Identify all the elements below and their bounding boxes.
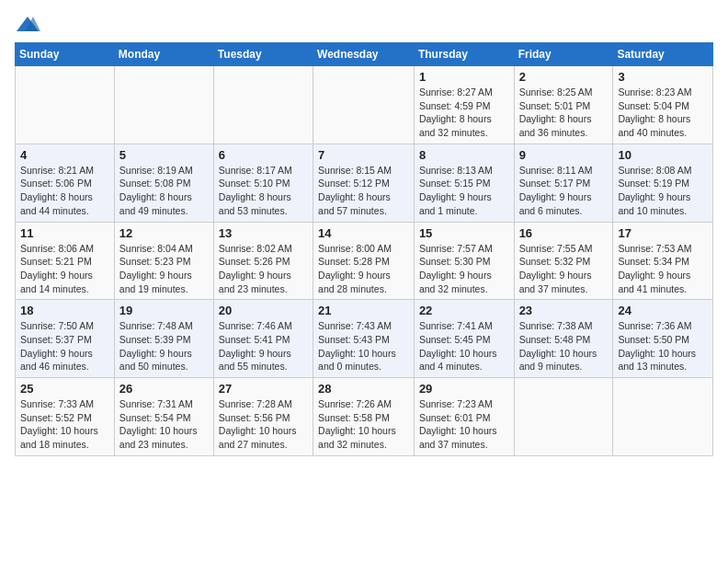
- day-info: Sunrise: 8:15 AM Sunset: 5:12 PM Dayligh…: [318, 164, 409, 218]
- calendar-cell: 17Sunrise: 7:53 AM Sunset: 5:34 PM Dayli…: [613, 222, 713, 300]
- weekday-header-saturday: Saturday: [613, 43, 713, 66]
- day-number: 9: [519, 148, 609, 162]
- calendar-cell: [213, 66, 313, 144]
- day-info: Sunrise: 8:21 AM Sunset: 5:06 PM Dayligh…: [20, 164, 109, 218]
- day-number: 20: [219, 304, 308, 317]
- weekday-header-wednesday: Wednesday: [313, 43, 415, 66]
- calendar-cell: [16, 66, 115, 144]
- day-number: 14: [318, 226, 409, 240]
- day-info: Sunrise: 8:08 AM Sunset: 5:19 PM Dayligh…: [618, 164, 708, 218]
- day-number: 16: [519, 226, 609, 240]
- day-number: 3: [618, 70, 708, 84]
- calendar-cell: 15Sunrise: 7:57 AM Sunset: 5:30 PM Dayli…: [414, 222, 514, 300]
- weekday-row: SundayMondayTuesdayWednesdayThursdayFrid…: [16, 43, 713, 66]
- day-number: 15: [419, 226, 509, 240]
- calendar-cell: 6Sunrise: 8:17 AM Sunset: 5:10 PM Daylig…: [213, 144, 313, 222]
- day-number: 23: [519, 304, 609, 317]
- calendar-cell: 14Sunrise: 8:00 AM Sunset: 5:28 PM Dayli…: [313, 222, 415, 300]
- day-info: Sunrise: 8:06 AM Sunset: 5:21 PM Dayligh…: [20, 242, 109, 296]
- day-number: 7: [318, 148, 409, 162]
- calendar-cell: 7Sunrise: 8:15 AM Sunset: 5:12 PM Daylig…: [313, 144, 415, 222]
- day-info: Sunrise: 7:55 AM Sunset: 5:32 PM Dayligh…: [519, 242, 609, 296]
- calendar-cell: 20Sunrise: 7:46 AM Sunset: 5:41 PM Dayli…: [213, 300, 313, 378]
- calendar-cell: 24Sunrise: 7:36 AM Sunset: 5:50 PM Dayli…: [613, 300, 713, 378]
- day-info: Sunrise: 8:04 AM Sunset: 5:23 PM Dayligh…: [119, 242, 209, 296]
- day-number: 10: [618, 148, 708, 162]
- day-info: Sunrise: 7:46 AM Sunset: 5:41 PM Dayligh…: [219, 319, 308, 373]
- calendar-cell: 27Sunrise: 7:28 AM Sunset: 5:56 PM Dayli…: [213, 378, 313, 456]
- day-info: Sunrise: 7:28 AM Sunset: 5:56 PM Dayligh…: [219, 397, 308, 452]
- calendar-body: 1Sunrise: 8:27 AM Sunset: 4:59 PM Daylig…: [16, 66, 713, 456]
- day-number: 8: [419, 148, 509, 162]
- day-info: Sunrise: 7:43 AM Sunset: 5:43 PM Dayligh…: [318, 319, 409, 373]
- calendar-table: SundayMondayTuesdayWednesdayThursdayFrid…: [15, 42, 713, 456]
- calendar-cell: 10Sunrise: 8:08 AM Sunset: 5:19 PM Dayli…: [613, 144, 713, 222]
- calendar-cell: [114, 66, 213, 144]
- calendar-header: SundayMondayTuesdayWednesdayThursdayFrid…: [16, 43, 713, 66]
- day-number: 12: [119, 226, 209, 240]
- calendar-cell: 2Sunrise: 8:25 AM Sunset: 5:01 PM Daylig…: [514, 66, 613, 144]
- day-number: 13: [219, 226, 308, 240]
- day-number: 1: [419, 70, 509, 84]
- day-number: 29: [419, 382, 509, 396]
- calendar-cell: 22Sunrise: 7:41 AM Sunset: 5:45 PM Dayli…: [414, 300, 514, 378]
- day-info: Sunrise: 7:38 AM Sunset: 5:48 PM Dayligh…: [519, 319, 609, 373]
- logo: [15, 15, 44, 35]
- day-number: 5: [119, 148, 209, 162]
- day-number: 28: [318, 382, 409, 396]
- logo-icon: [15, 15, 40, 35]
- weekday-header-sunday: Sunday: [16, 43, 115, 66]
- calendar-cell: 21Sunrise: 7:43 AM Sunset: 5:43 PM Dayli…: [313, 300, 415, 378]
- calendar-cell: [613, 378, 713, 456]
- calendar-cell: 19Sunrise: 7:48 AM Sunset: 5:39 PM Dayli…: [114, 300, 213, 378]
- day-number: 17: [618, 226, 708, 240]
- day-number: 25: [20, 382, 109, 396]
- day-info: Sunrise: 8:23 AM Sunset: 5:04 PM Dayligh…: [618, 86, 708, 140]
- day-number: 11: [20, 226, 109, 240]
- calendar-cell: 3Sunrise: 8:23 AM Sunset: 5:04 PM Daylig…: [613, 66, 713, 144]
- calendar-week-row: 11Sunrise: 8:06 AM Sunset: 5:21 PM Dayli…: [16, 222, 713, 300]
- day-info: Sunrise: 7:31 AM Sunset: 5:54 PM Dayligh…: [119, 397, 209, 452]
- day-info: Sunrise: 7:50 AM Sunset: 5:37 PM Dayligh…: [20, 319, 109, 373]
- day-number: 19: [119, 304, 209, 317]
- day-info: Sunrise: 8:11 AM Sunset: 5:17 PM Dayligh…: [519, 164, 609, 218]
- calendar-cell: 5Sunrise: 8:19 AM Sunset: 5:08 PM Daylig…: [114, 144, 213, 222]
- calendar-cell: 29Sunrise: 7:23 AM Sunset: 6:01 PM Dayli…: [414, 378, 514, 456]
- weekday-header-friday: Friday: [514, 43, 613, 66]
- day-info: Sunrise: 7:53 AM Sunset: 5:34 PM Dayligh…: [618, 242, 708, 296]
- calendar-cell: 12Sunrise: 8:04 AM Sunset: 5:23 PM Dayli…: [114, 222, 213, 300]
- calendar-cell: 25Sunrise: 7:33 AM Sunset: 5:52 PM Dayli…: [16, 378, 115, 456]
- calendar-cell: 18Sunrise: 7:50 AM Sunset: 5:37 PM Dayli…: [16, 300, 115, 378]
- day-info: Sunrise: 8:27 AM Sunset: 4:59 PM Dayligh…: [419, 86, 509, 140]
- day-info: Sunrise: 7:26 AM Sunset: 5:58 PM Dayligh…: [318, 397, 409, 452]
- day-info: Sunrise: 7:48 AM Sunset: 5:39 PM Dayligh…: [119, 319, 209, 373]
- calendar-cell: [514, 378, 613, 456]
- calendar-cell: 11Sunrise: 8:06 AM Sunset: 5:21 PM Dayli…: [16, 222, 115, 300]
- calendar-cell: 23Sunrise: 7:38 AM Sunset: 5:48 PM Dayli…: [514, 300, 613, 378]
- calendar-cell: 28Sunrise: 7:26 AM Sunset: 5:58 PM Dayli…: [313, 378, 415, 456]
- day-number: 21: [318, 304, 409, 317]
- calendar-cell: 16Sunrise: 7:55 AM Sunset: 5:32 PM Dayli…: [514, 222, 613, 300]
- day-info: Sunrise: 8:13 AM Sunset: 5:15 PM Dayligh…: [419, 164, 509, 218]
- day-info: Sunrise: 7:33 AM Sunset: 5:52 PM Dayligh…: [20, 397, 109, 452]
- weekday-header-tuesday: Tuesday: [213, 43, 313, 66]
- day-info: Sunrise: 8:19 AM Sunset: 5:08 PM Dayligh…: [119, 164, 209, 218]
- day-number: 24: [618, 304, 708, 317]
- day-info: Sunrise: 8:25 AM Sunset: 5:01 PM Dayligh…: [519, 86, 609, 140]
- calendar-cell: 9Sunrise: 8:11 AM Sunset: 5:17 PM Daylig…: [514, 144, 613, 222]
- calendar-week-row: 1Sunrise: 8:27 AM Sunset: 4:59 PM Daylig…: [16, 66, 713, 144]
- calendar-cell: 13Sunrise: 8:02 AM Sunset: 5:26 PM Dayli…: [213, 222, 313, 300]
- day-info: Sunrise: 8:17 AM Sunset: 5:10 PM Dayligh…: [219, 164, 308, 218]
- calendar-cell: 1Sunrise: 8:27 AM Sunset: 4:59 PM Daylig…: [414, 66, 514, 144]
- day-number: 6: [219, 148, 308, 162]
- day-number: 4: [20, 148, 109, 162]
- day-info: Sunrise: 8:00 AM Sunset: 5:28 PM Dayligh…: [318, 242, 409, 296]
- day-info: Sunrise: 7:41 AM Sunset: 5:45 PM Dayligh…: [419, 319, 509, 373]
- calendar-week-row: 25Sunrise: 7:33 AM Sunset: 5:52 PM Dayli…: [16, 378, 713, 456]
- page-header: [15, 15, 713, 35]
- calendar-cell: [313, 66, 415, 144]
- weekday-header-monday: Monday: [114, 43, 213, 66]
- calendar-cell: 8Sunrise: 8:13 AM Sunset: 5:15 PM Daylig…: [414, 144, 514, 222]
- day-info: Sunrise: 8:02 AM Sunset: 5:26 PM Dayligh…: [219, 242, 308, 296]
- day-number: 2: [519, 70, 609, 84]
